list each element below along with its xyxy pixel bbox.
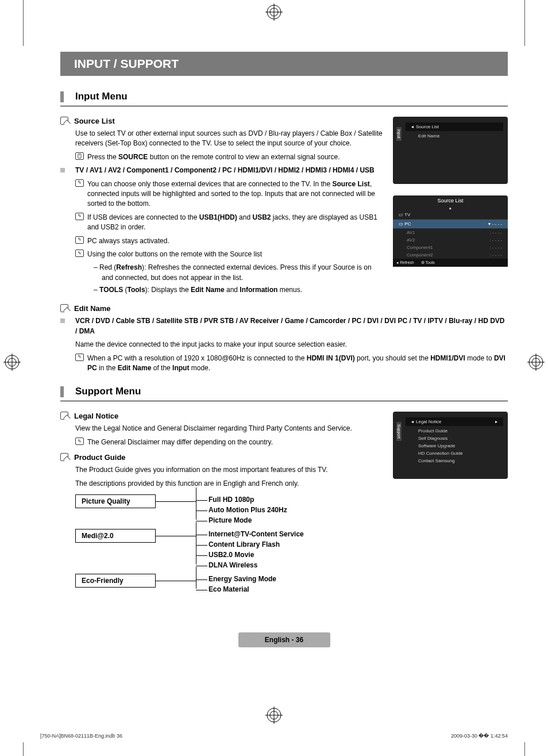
osd-tab-support: Support xyxy=(396,422,402,441)
tree-leaf: Eco Material xyxy=(209,584,276,594)
tree-leaf: Content Library Flash xyxy=(209,539,304,550)
refresh-hint: ● Refresh xyxy=(396,260,414,265)
tree-box-eco: Eco-Friendly xyxy=(75,574,156,588)
edit-name-list-row: VCR / DVD / Cable STB / Satellite STB / … xyxy=(60,316,508,336)
square-bullet-icon xyxy=(60,168,65,172)
section-accent-bar xyxy=(60,91,64,102)
dash-refresh: – Red (Refresh): Refreshes the connected… xyxy=(94,263,384,283)
note-icon: ✎ xyxy=(75,438,84,445)
product-guide-heading: Product Guide xyxy=(60,453,384,462)
osd3-item: Contact Samsung xyxy=(406,457,503,465)
page-language-badge: English - 36 xyxy=(238,632,330,647)
note-icon: ✎ xyxy=(75,213,84,220)
chapter-title: INPUT / SUPPORT xyxy=(60,52,508,76)
registration-mark-right xyxy=(527,354,545,371)
footer-filename: [750-NA]BN68-02111B-Eng.indb 36 xyxy=(40,733,122,739)
edit-name-heading: Edit Name xyxy=(60,304,508,313)
legal-body: View the Legal Notice and General Discla… xyxy=(75,424,384,433)
osd3-item: Product Guide xyxy=(406,427,503,435)
osd-source-list: ◂Source List xyxy=(406,122,503,131)
source-list-remote-note: Press the SOURCE button on the remote co… xyxy=(75,152,384,162)
tree-leaf: Internet@TV-Content Service xyxy=(209,529,304,539)
pg-body2: The descriptions provided by this functi… xyxy=(75,479,384,489)
square-bullet-icon xyxy=(60,318,65,323)
osd3-legal-notice: ◂Legal Notice▸ xyxy=(406,417,503,426)
osd3-item: Self Diagnosis xyxy=(406,435,503,442)
note-pc: ✎ PC always stays activated. xyxy=(75,236,384,246)
tree-leaf: Energy Saving Mode xyxy=(209,574,276,584)
left-arrow-icon: ◂ xyxy=(411,419,414,424)
edit-name-note: ✎ When a PC with a resolution of 1920 x … xyxy=(75,354,508,374)
footer-timestamp: 2009-03-30 �� 1:42:54 xyxy=(451,733,508,739)
source-list-heading: Source List xyxy=(60,117,384,125)
tools-hint: ⚙ Tools xyxy=(421,260,435,265)
section-accent-bar xyxy=(60,386,64,397)
product-guide-tree: Picture Quality Full HD 1080pAuto Motion… xyxy=(75,494,384,594)
note-icon: ✎ xyxy=(75,354,84,361)
section-input-menu: Input Menu xyxy=(60,91,508,106)
svg-point-17 xyxy=(79,155,80,155)
book-icon xyxy=(60,453,68,461)
osd2-sub-row: Component1: - - - - xyxy=(393,244,508,251)
osd2-row-pc: ▭ PC▾ - - - - xyxy=(393,220,508,229)
tree-leaf: Picture Mode xyxy=(209,515,287,525)
tree-leaf: USB2.0 Movie xyxy=(209,550,304,560)
osd-tab-input: Input xyxy=(396,127,402,141)
osd2-footer: ● Refresh ⚙ Tools xyxy=(393,259,508,267)
note-source-choose: ✎ You can choose only those external dev… xyxy=(75,179,384,209)
osd-support-menu: Support ◂Legal Notice▸ Product GuideSelf… xyxy=(393,412,508,479)
source-list-body: Use to select TV or other external input… xyxy=(75,129,384,149)
remote-icon xyxy=(75,152,84,160)
registration-mark-top xyxy=(265,3,283,21)
osd2-sub-row: Component2: - - - - xyxy=(393,251,508,259)
legal-note: ✎ The General Disclaimer may differ depe… xyxy=(75,438,384,447)
osd-edit-name: Edit Name xyxy=(406,132,503,140)
osd-source-list-panel: Source List ▴ ▭ TV ▭ PC▾ - - - - AV1: - … xyxy=(393,195,508,267)
note-color-buttons: ✎ Using the color buttons on the remote … xyxy=(75,250,384,259)
right-arrow-icon: ▸ xyxy=(495,419,497,424)
section-title: Input Menu xyxy=(75,91,128,102)
book-icon xyxy=(60,304,68,312)
osd2-sub-row: AV1: - - - - xyxy=(393,229,508,236)
osd3-item: HD Connection Guide xyxy=(406,450,503,457)
tree-leaf: DLNA Wireless xyxy=(209,560,304,570)
edit-name-body: Name the device connected to the input j… xyxy=(75,340,508,350)
note-icon: ✎ xyxy=(75,179,84,187)
inputs-list-row: TV / AV1 / AV2 / Component1 / Component2… xyxy=(60,166,384,175)
osd3-item: Software Upgrade xyxy=(406,442,503,450)
book-icon xyxy=(60,412,68,420)
note-usb: ✎ If USB devices are connected to the US… xyxy=(75,213,384,233)
osd2-sub-row: AV2: - - - - xyxy=(393,236,508,244)
registration-mark-bottom xyxy=(265,707,283,724)
osd2-title: Source List xyxy=(393,195,508,206)
left-arrow-icon: ◂ xyxy=(411,124,414,129)
up-arrow-icon: ▴ xyxy=(393,206,508,210)
osd2-row-tv: ▭ TV xyxy=(393,210,508,220)
pg-body1: The Product Guide gives you information … xyxy=(75,465,384,475)
registration-mark-left xyxy=(3,354,21,371)
legal-notice-heading: Legal Notice xyxy=(60,412,384,420)
note-icon: ✎ xyxy=(75,250,84,257)
section-support-menu: Support Menu xyxy=(60,386,508,401)
dash-tools: – TOOLS (Tools): Displays the Edit Name … xyxy=(94,285,384,295)
section-title: Support Menu xyxy=(75,386,141,397)
book-icon xyxy=(60,117,68,125)
tree-box-media: Medi@2.0 xyxy=(75,529,156,543)
note-icon: ✎ xyxy=(75,236,84,244)
svg-rect-16 xyxy=(78,154,81,158)
tree-leaf: Auto Motion Plus 240Hz xyxy=(209,505,287,515)
footer-meta: [750-NA]BN68-02111B-Eng.indb 36 2009-03-… xyxy=(40,733,508,739)
osd-input-menu: Input ◂Source List Edit Name xyxy=(393,117,508,184)
tree-leaf: Full HD 1080p xyxy=(209,494,287,505)
tree-box-picture-quality: Picture Quality xyxy=(75,494,156,508)
